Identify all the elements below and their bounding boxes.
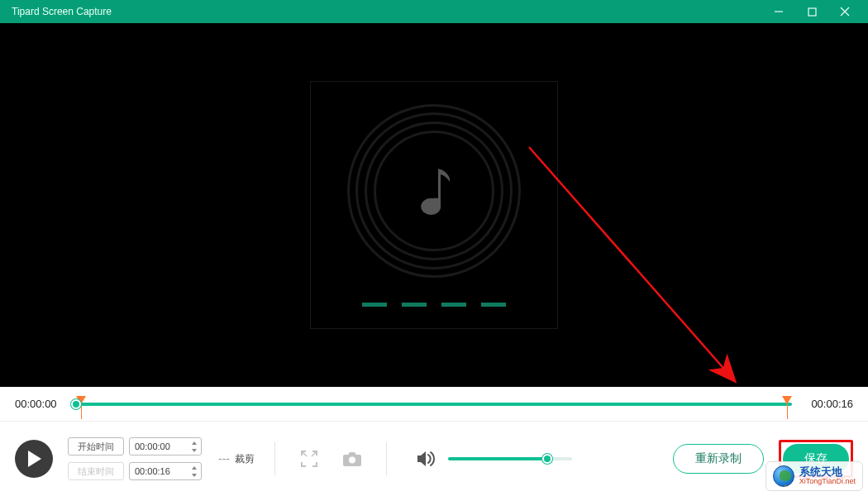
end-time-label: 结束时间 xyxy=(68,462,124,480)
crop-cluster: --- 裁剪 xyxy=(218,452,255,466)
timeline: 00:00:00 00:00:16 xyxy=(0,387,868,422)
watermark-title: 系统天地 xyxy=(799,466,856,478)
volume-control xyxy=(412,445,572,473)
audio-preview-placeholder xyxy=(310,81,558,329)
dash-separator: --- xyxy=(218,452,230,465)
equalizer-bars xyxy=(362,303,506,307)
preview-area xyxy=(0,23,868,387)
globe-icon xyxy=(773,465,794,487)
current-time-label: 00:00:00 xyxy=(15,398,66,410)
camera-icon xyxy=(342,451,362,467)
duration-label: 00:00:16 xyxy=(802,398,853,410)
trim-time-fields: 开始时间 00:00:00 结束时间 00:00:16 xyxy=(68,437,202,480)
snapshot-button[interactable] xyxy=(338,445,366,473)
controls-bar: 开始时间 00:00:00 结束时间 00:00:16 --- 裁剪 xyxy=(0,422,868,496)
volume-button[interactable] xyxy=(412,445,440,473)
playhead[interactable] xyxy=(71,399,81,409)
start-time-label: 开始时间 xyxy=(68,437,124,455)
chevron-down-icon xyxy=(192,449,197,452)
play-button[interactable] xyxy=(15,440,53,478)
rerecord-button[interactable]: 重新录制 xyxy=(673,444,764,474)
play-icon xyxy=(26,451,41,467)
record-disc-graphic xyxy=(347,104,521,278)
svg-rect-1 xyxy=(808,8,816,16)
start-time-stepper[interactable] xyxy=(189,440,199,453)
volume-slider[interactable] xyxy=(448,457,572,460)
close-icon xyxy=(840,7,850,17)
speaker-icon xyxy=(416,450,436,468)
start-time-input[interactable]: 00:00:00 xyxy=(129,437,202,455)
music-note-icon xyxy=(413,162,455,220)
maximize-button[interactable] xyxy=(795,0,828,23)
rerecord-label: 重新录制 xyxy=(695,451,742,466)
separator xyxy=(274,442,275,475)
timeline-track[interactable] xyxy=(76,396,792,413)
end-time-stepper[interactable] xyxy=(189,465,199,478)
titlebar: Tipard Screen Capture xyxy=(0,0,868,23)
fullscreen-icon xyxy=(300,450,318,468)
source-watermark: 系统天地 XiTongTianDi.net xyxy=(765,461,863,491)
minimize-icon xyxy=(774,7,784,17)
watermark-url: XiTongTianDi.net xyxy=(799,478,856,485)
app-title: Tipard Screen Capture xyxy=(12,6,112,17)
chevron-up-icon xyxy=(192,441,197,445)
end-time-value: 00:00:16 xyxy=(135,466,170,476)
volume-knob[interactable] xyxy=(542,454,552,464)
maximize-icon xyxy=(808,7,817,17)
chevron-down-icon xyxy=(192,474,197,477)
chevron-up-icon xyxy=(192,466,197,470)
svg-line-4 xyxy=(529,147,734,380)
end-time-input[interactable]: 00:00:16 xyxy=(129,462,202,480)
minimize-button[interactable] xyxy=(762,0,795,23)
svg-point-5 xyxy=(349,457,355,464)
fullscreen-button[interactable] xyxy=(295,445,323,473)
separator xyxy=(386,442,387,475)
clip-end-marker[interactable] xyxy=(782,396,792,404)
crop-label[interactable]: 裁剪 xyxy=(235,452,255,466)
close-button[interactable] xyxy=(828,0,861,23)
start-time-value: 00:00:00 xyxy=(135,441,170,451)
